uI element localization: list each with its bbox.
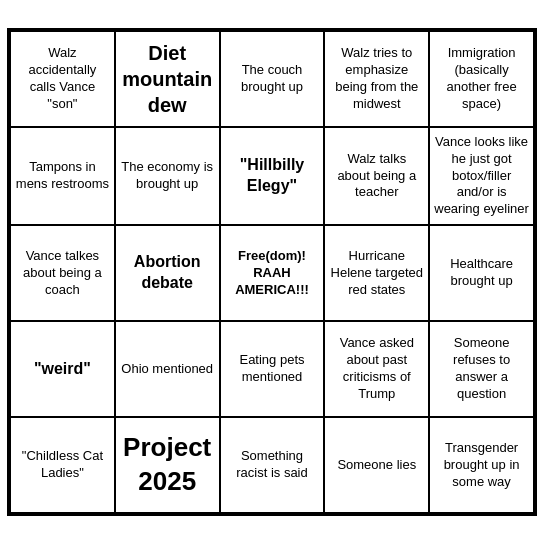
bingo-cell-5[interactable]: Tampons in mens restrooms: [11, 128, 116, 226]
bingo-cell-21[interactable]: Project 2025: [116, 418, 221, 514]
bingo-cell-13[interactable]: Hurricane Helene targeted red states: [325, 226, 430, 322]
bingo-cell-12[interactable]: Free(dom)! RAAH AMERICA!!!: [221, 226, 326, 322]
bingo-grid: Walz accidentally calls Vance "son"Diet …: [9, 30, 535, 514]
bingo-card: Walz accidentally calls Vance "son"Diet …: [7, 28, 537, 516]
bingo-cell-24[interactable]: Transgender brought up in some way: [430, 418, 535, 514]
bingo-cell-2[interactable]: The couch brought up: [221, 32, 326, 128]
bingo-cell-14[interactable]: Healthcare brought up: [430, 226, 535, 322]
bingo-cell-18[interactable]: Vance asked about past criticisms of Tru…: [325, 322, 430, 418]
bingo-cell-23[interactable]: Someone lies: [325, 418, 430, 514]
bingo-cell-8[interactable]: Walz talks about being a teacher: [325, 128, 430, 226]
bingo-cell-15[interactable]: "weird": [11, 322, 116, 418]
bingo-cell-4[interactable]: Immigration (basically another free spac…: [430, 32, 535, 128]
bingo-cell-20[interactable]: "Childless Cat Ladies": [11, 418, 116, 514]
bingo-cell-11[interactable]: Abortion debate: [116, 226, 221, 322]
bingo-cell-10[interactable]: Vance talkes about being a coach: [11, 226, 116, 322]
bingo-cell-3[interactable]: Walz tries to emphasize being from the m…: [325, 32, 430, 128]
bingo-cell-7[interactable]: "Hillbilly Elegy": [221, 128, 326, 226]
bingo-cell-22[interactable]: Something racist is said: [221, 418, 326, 514]
bingo-cell-6[interactable]: The economy is brought up: [116, 128, 221, 226]
bingo-cell-9[interactable]: Vance looks like he just got botox/fille…: [430, 128, 535, 226]
bingo-cell-16[interactable]: Ohio mentioned: [116, 322, 221, 418]
bingo-cell-19[interactable]: Someone refuses to answer a question: [430, 322, 535, 418]
bingo-cell-17[interactable]: Eating pets mentioned: [221, 322, 326, 418]
bingo-cell-1[interactable]: Diet mountain dew: [116, 32, 221, 128]
bingo-cell-0[interactable]: Walz accidentally calls Vance "son": [11, 32, 116, 128]
